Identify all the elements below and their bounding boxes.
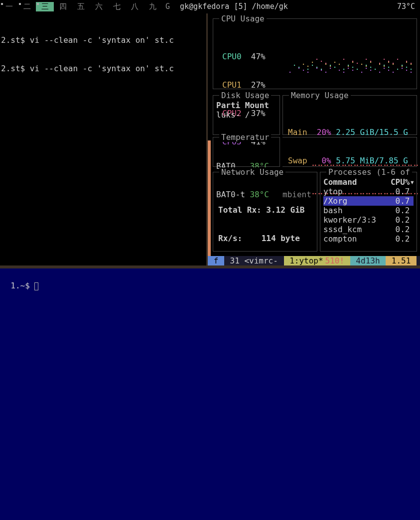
- process-row-selected[interactable]: /Xorg 0.7: [323, 196, 414, 206]
- process-row[interactable]: compton 0.2: [323, 234, 414, 244]
- workspace-4[interactable]: 四: [54, 2, 72, 11]
- temperature-graph: xxxxxx⠒⠒⠒⠒⠒⠒⠒⠒⠒⠒⠒⠒⠒⠒⠒⠒⠒⠒⠒⠒⠒⠒⠒⠒⠒⠒⠒ mbient…: [282, 137, 417, 167]
- sb-cores: 4x: [417, 256, 420, 265]
- window-title: gk@gkfedora [5] /home/gk: [180, 2, 288, 11]
- terminal-bottom[interactable]: 1.~$: [0, 268, 420, 520]
- processes-header: Command CPU%▾: [323, 177, 414, 187]
- memory-usage-title: Memory Usage: [289, 91, 351, 100]
- sb-host: f: [208, 256, 224, 265]
- cpu-usage-title: CPU Usage: [219, 14, 267, 23]
- temperature-box: Temperatur BAT0 38°C BAT0-t 38°C: [213, 137, 280, 167]
- sb-vimrc: 31 <vimrc-: [224, 256, 284, 265]
- workspace-list: 一 二 三 四 五 六 七 八 九: [0, 2, 161, 11]
- process-row[interactable]: bash 0.2: [323, 206, 414, 215]
- disk-usage-box: Disk Usage Parti Mount luks- /: [213, 95, 280, 135]
- disk-usage-title: Disk Usage: [219, 91, 271, 100]
- top-bar: 一 二 三 四 五 六 七 八 九 G gk@gkfedora [5] /hom…: [0, 0, 420, 13]
- shell-line: 2.st$ vi --clean -c 'syntax on' st.c: [1, 35, 205, 45]
- cpu-core-row: CPU1 27%: [222, 80, 266, 90]
- shell-line: 2.st$ vi --clean -c 'syntax on' st.c: [1, 64, 205, 73]
- sb-load: 1.51: [386, 256, 417, 265]
- layout-indicator: G: [165, 2, 170, 11]
- processes-box[interactable]: Processes (1-6 of Command CPU%▾ ytop 0.7…: [320, 172, 417, 252]
- workspace-3[interactable]: 三: [36, 2, 54, 11]
- workspace-7[interactable]: 七: [108, 2, 126, 11]
- workspace-1[interactable]: 一: [0, 2, 18, 11]
- tmux-pane-indicator: [208, 140, 211, 256]
- workspace-9[interactable]: 九: [143, 2, 161, 11]
- memory-usage-box: Memory Usage Main 20% 2.25 GiB/15.5 G Sw…: [282, 95, 417, 135]
- net-total-rx: Total Rx: 3.12 GiB: [218, 205, 304, 215]
- workspace-5[interactable]: 五: [72, 2, 90, 11]
- sb-alert: 510!: [324, 256, 350, 265]
- process-row[interactable]: sssd_kcm 0.2: [323, 225, 414, 234]
- workspace-2[interactable]: 二: [18, 2, 36, 11]
- network-usage-box: Network Usage Total Rx: 3.12 GiB Rx/s: 1…: [213, 172, 317, 252]
- tmux-status-bar: f 31 <vimrc- 1:ytop*510! 4d13h 1.51 4x3.…: [208, 256, 420, 265]
- cpu-graph: ⠀⠀⠀⠀⠀⠀⠀⠀⠀⠀⠁⠂⠄⠀⠀⠀⠁⠀⠂⠄⠀⠁⠂⠀⠄⠁⠂⠄⠁⠀⠂⠄⠁⠂⠀⠄⠁⠂⠄⠀…: [271, 34, 413, 85]
- disk-header: Parti Mount: [216, 101, 269, 110]
- processes-title: Processes (1-6 of: [326, 167, 412, 177]
- cpu-core-row: CPU0 47%: [222, 52, 266, 61]
- process-row[interactable]: ytop 0.7: [323, 187, 414, 196]
- memory-main: Main 20% 2.25 GiB/15.5 G: [288, 128, 408, 137]
- terminal-right-ytop[interactable]: CPU Usage CPU0 47% CPU1 27% CPU2 37% CPU…: [208, 13, 420, 265]
- temperature-indicator: 73°C: [397, 2, 415, 11]
- workspace-6[interactable]: 六: [90, 2, 108, 11]
- disk-row: luks- /: [216, 110, 269, 120]
- sb-window[interactable]: 1:ytop*: [284, 256, 324, 265]
- workspace-8[interactable]: 八: [126, 2, 143, 11]
- cpu-usage-box: CPU Usage CPU0 47% CPU1 27% CPU2 37% CPU…: [213, 18, 417, 89]
- temperature-title: Temperatur: [219, 132, 271, 142]
- process-row[interactable]: kworker/3:3 0.2: [323, 215, 414, 225]
- sb-uptime: 4d13h: [350, 256, 386, 265]
- shell-prompt: 1.~$: [10, 281, 34, 290]
- network-usage-title: Network Usage: [219, 167, 285, 177]
- terminal-left[interactable]: 2.st$ vi --clean -c 'syntax on' st.c 2.s…: [0, 13, 208, 265]
- cursor-icon: [34, 282, 38, 290]
- net-rxps: Rx/s: 114 byte: [218, 234, 304, 243]
